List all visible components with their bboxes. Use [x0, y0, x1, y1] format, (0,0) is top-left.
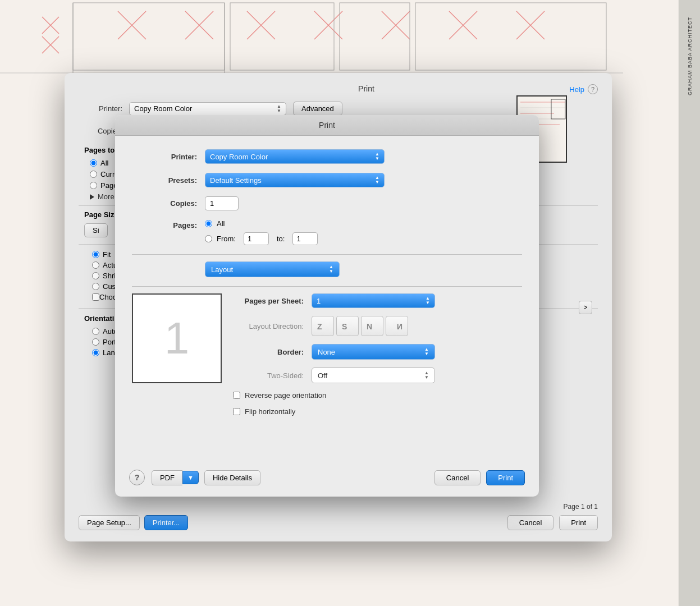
preview-number: 1 [164, 313, 190, 364]
current-radio-outer[interactable] [90, 171, 97, 178]
inner-print-dialog: Print Printer: Copy Room Color ▲ ▼ Prese… [115, 115, 539, 497]
all-radio-outer[interactable] [90, 159, 97, 167]
pages-label-inner: Pages: [132, 219, 205, 229]
nav-arrow-right[interactable]: > [579, 301, 592, 314]
fit-radio[interactable] [92, 251, 99, 258]
printer-label-inner: Printer: [132, 153, 205, 161]
reverse-checkbox[interactable] [233, 392, 240, 399]
inner-bottom-bar: ? PDF ▼ Hide Details Cancel Print [115, 470, 539, 485]
copies-row-inner: Copies: [132, 196, 522, 210]
inner-divider-1 [132, 254, 522, 255]
hide-details-button[interactable]: Hide Details [204, 470, 260, 485]
svg-rect-21 [340, 3, 410, 70]
layout-direction-label: Layout Direction: [233, 322, 312, 330]
pages-radio-outer[interactable] [90, 182, 97, 189]
border-arrows: ▲ ▼ [424, 347, 429, 356]
copies-label-inner: Copies: [132, 199, 205, 208]
print-button-inner[interactable]: Print [486, 470, 525, 485]
two-sided-select[interactable]: Off ▲ ▼ [312, 368, 435, 383]
layout-direction-buttons: Z S N [312, 316, 408, 336]
inner-dialog-title: Print [115, 115, 539, 136]
two-sided-arrows: ▲ ▼ [424, 371, 429, 380]
printer-value: Copy Room Color [134, 104, 192, 113]
flip-label: Flip horizontally [245, 407, 295, 416]
border-select[interactable]: None ▲ ▼ [312, 344, 435, 360]
size-button[interactable]: Si [84, 223, 108, 237]
printer-label: Printer: [79, 104, 129, 113]
layout-select[interactable]: Layout ▲ ▼ [205, 261, 340, 277]
printer-button[interactable]: Printer... [144, 515, 188, 530]
flip-checkbox[interactable] [233, 408, 240, 415]
from-radio-inner[interactable] [205, 235, 212, 242]
advanced-button[interactable]: Advanced [293, 102, 342, 116]
pages-from-row: From: to: [205, 232, 318, 245]
auto-radio[interactable] [92, 328, 99, 335]
presets-row: Presets: Default Settings ▲ ▼ [132, 173, 522, 187]
layout-dir-btn-n1[interactable]: N [361, 316, 383, 336]
all-radio-inner[interactable] [205, 220, 212, 227]
cancel-button-outer[interactable]: Cancel [507, 515, 553, 530]
outer-bottom-right: Cancel Print [507, 515, 598, 530]
page-setup-button[interactable]: Page Setup... [79, 515, 140, 530]
layout-arrows: ▲ ▼ [329, 265, 333, 274]
presets-arrows: ▲ ▼ [375, 176, 379, 185]
pages-per-sheet-value: 1 [317, 297, 321, 305]
svg-rect-19 [73, 3, 225, 70]
inner-bottom-right: Cancel Print [434, 470, 525, 485]
pages-row-inner: Pages: All From: to: [132, 219, 522, 245]
to-input[interactable] [292, 232, 318, 245]
svg-text:Z: Z [317, 322, 322, 331]
shrink-radio[interactable] [92, 272, 99, 279]
presets-select[interactable]: Default Settings ▲ ▼ [205, 173, 385, 187]
pps-arrows: ▲ ▼ [426, 296, 430, 305]
pages-per-sheet-row: Pages per Sheet: 1 ▲ ▼ [233, 293, 522, 308]
svg-rect-22 [415, 3, 606, 70]
fit-label: Fit [103, 250, 111, 259]
printer-select[interactable]: Copy Room Color ▲ ▼ [129, 102, 286, 116]
help-icon: ? [588, 84, 598, 94]
pdf-arrow-button[interactable]: ▼ [182, 471, 199, 484]
two-sided-row: Two-Sided: Off ▲ ▼ [233, 368, 522, 383]
border-value: None [318, 348, 335, 356]
pages-all-row: All [205, 219, 318, 228]
custom-radio[interactable] [92, 283, 99, 290]
outer-dialog-title: Print [135, 84, 598, 93]
printer-select-inner[interactable]: Copy Room Color ▲ ▼ [205, 149, 385, 164]
layout-dir-btn-s[interactable]: S [336, 316, 359, 336]
help-link[interactable]: Help ? [569, 84, 598, 94]
help-label: Help [569, 85, 584, 94]
pages-per-sheet-select[interactable]: 1 ▲ ▼ [312, 293, 435, 308]
right-sidebar: GRAHAM BABA ARCHITECT [679, 0, 700, 606]
portrait-radio[interactable] [92, 338, 99, 346]
help-button-inner[interactable]: ? [129, 470, 145, 485]
more-label: More [98, 192, 115, 201]
layout-row: Layout ▲ ▼ [132, 261, 522, 277]
print-button-outer[interactable]: Print [559, 515, 598, 530]
outer-bottom-left: Page Setup... Printer... [79, 515, 188, 530]
choose-checkbox[interactable] [92, 293, 99, 301]
more-triangle [90, 194, 94, 200]
svg-text:N: N [367, 322, 372, 331]
flip-horizontally-row: Flip horizontally [233, 407, 522, 416]
to-label: to: [277, 235, 285, 243]
presets-label: Presets: [132, 176, 205, 185]
layout-dir-btn-z[interactable]: Z [312, 316, 334, 336]
pdf-btn-group: PDF ▼ [152, 470, 199, 485]
pdf-main-button[interactable]: PDF [152, 470, 182, 485]
all-label-outer: All [100, 159, 108, 167]
svg-text:S: S [342, 322, 347, 331]
layout-value: Layout [211, 265, 233, 274]
copies-input-inner[interactable] [205, 196, 239, 210]
all-label-inner: All [217, 219, 225, 228]
from-input[interactable] [244, 232, 269, 245]
cancel-button-inner[interactable]: Cancel [434, 470, 481, 485]
pages-section: All From: to: [205, 219, 318, 245]
landscape-radio[interactable] [92, 349, 99, 356]
layout-dir-btn-n2[interactable]: N [386, 316, 408, 336]
two-sided-value: Off [318, 371, 327, 380]
inner-dialog-content: Printer: Copy Room Color ▲ ▼ Presets: De… [115, 136, 539, 429]
outer-bottom-bar: Page Setup... Printer... Cancel Print [65, 515, 612, 530]
two-sided-label: Two-Sided: [233, 371, 312, 380]
actual-radio[interactable] [92, 261, 99, 269]
options-area: Pages per Sheet: 1 ▲ ▼ Layout Direction: [233, 293, 522, 416]
